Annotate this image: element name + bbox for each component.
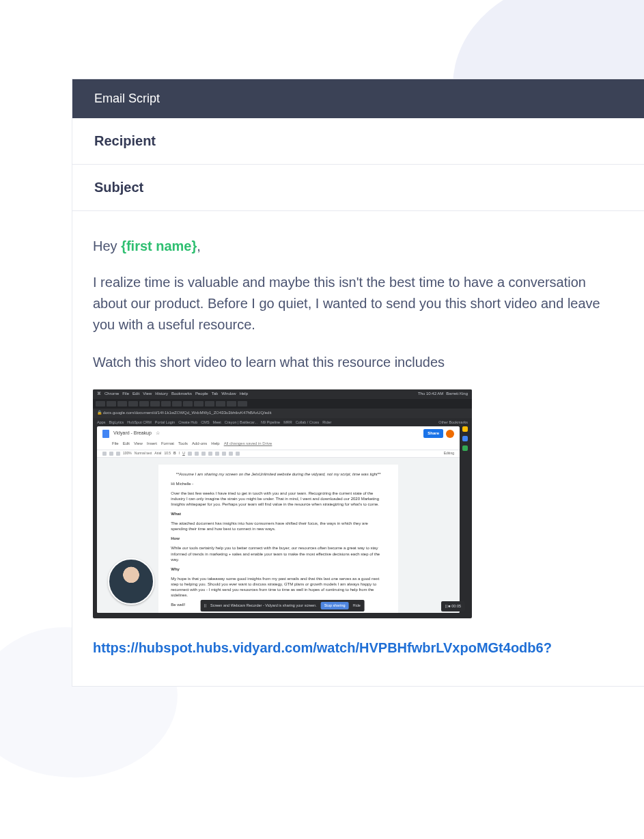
doc-title: Vidyard - Breakup	[113, 430, 152, 437]
subject-field[interactable]: Subject	[72, 165, 644, 211]
merge-token-firstname: {first name}	[121, 238, 197, 253]
lock-icon: 🔒	[97, 410, 102, 416]
mac-menubar: ⌘ Chrome File Edit View History Bookmark…	[93, 389, 472, 399]
tasks-icon	[462, 436, 468, 441]
video-thumbnail[interactable]: ⌘ Chrome File Edit View History Bookmark…	[93, 389, 472, 618]
share-button: Share	[423, 429, 443, 438]
body-paragraph-1: I realize time is valuable and maybe thi…	[93, 272, 624, 335]
doc-titlebar: Vidyard - Breakup ☆ Share	[97, 426, 460, 441]
card-header: Email Script	[72, 79, 644, 118]
browser-tab-strip	[93, 399, 472, 409]
side-panel-icons	[461, 426, 469, 451]
bookmarks-bar: Apps BigLytics HubSpot CRM Portal Login …	[93, 418, 472, 426]
greeting-prefix: Hey	[93, 238, 121, 253]
google-docs-icon	[102, 430, 109, 438]
email-body: Hey {first name}, I realize time is valu…	[72, 211, 644, 686]
email-script-card: Email Script Recipient Subject Hey {firs…	[72, 79, 644, 687]
greeting-suffix: ,	[197, 238, 201, 253]
body-paragraph-2: Watch this short video to learn what thi…	[93, 352, 624, 373]
addon-icon	[462, 445, 468, 451]
keep-icon	[462, 426, 468, 432]
subject-label: Subject	[94, 180, 143, 195]
screen-share-bar: || Screen and Webcam Recorder - Vidyard …	[200, 600, 365, 611]
apple-icon: ⌘	[97, 391, 101, 397]
recipient-label: Recipient	[94, 133, 156, 148]
recipient-field[interactable]: Recipient	[72, 118, 644, 165]
user-avatar	[446, 430, 454, 438]
star-icon: ☆	[156, 430, 160, 437]
recording-timer: || ■ 00:05	[441, 601, 465, 611]
card-title: Email Script	[94, 92, 160, 105]
stop-sharing-button: Stop sharing	[321, 602, 349, 609]
greeting-line: Hey {first name},	[93, 236, 624, 257]
doc-menubar: File Edit View Insert Format Tools Add-o…	[97, 441, 460, 449]
doc-page: **Assume I am sharing my screen on the J…	[158, 465, 397, 613]
doc-toolbar: 100% Normal text Arial 10.5 BIU Editing	[97, 450, 460, 458]
video-share-link[interactable]: https://hubspot.hubs.vidyard.com/watch/H…	[93, 640, 552, 655]
webcam-bubble	[108, 558, 154, 605]
address-bar: 🔒 docs.google.com/document/d/14f-1k1wZOW…	[93, 409, 472, 418]
